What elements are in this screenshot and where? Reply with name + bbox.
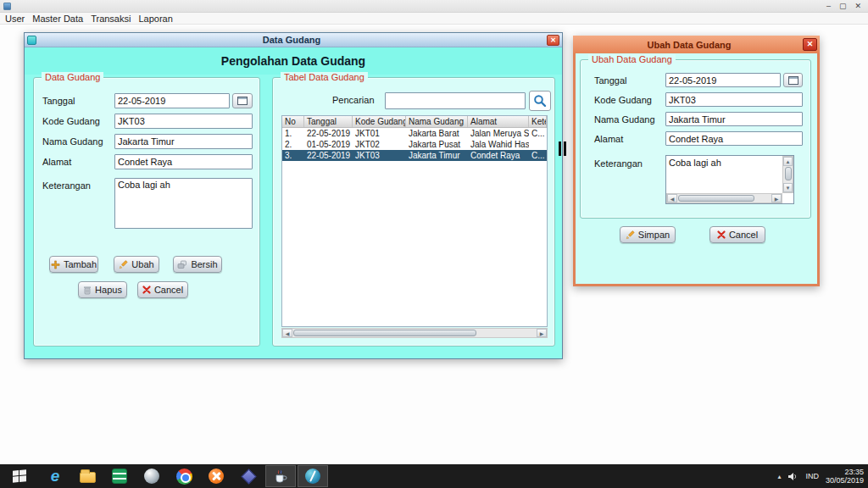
scroll-thumb[interactable] — [678, 195, 754, 202]
alamat-input[interactable] — [114, 154, 253, 169]
bersih-button[interactable]: Bersih — [173, 256, 222, 273]
col-tanggal[interactable]: Tanggal — [304, 116, 353, 127]
nama-gudang-input[interactable] — [114, 134, 253, 149]
maximize-button[interactable]: ▢ — [839, 1, 847, 12]
menu-item-master-data[interactable]: Master Data — [32, 14, 83, 24]
scroll-left-icon[interactable]: ◀ — [667, 194, 677, 202]
taskbar-ide[interactable] — [298, 465, 328, 487]
ubah-titlebar[interactable]: Ubah Data Gudang ✕ — [573, 36, 820, 53]
cell-kode: JKT02 — [353, 140, 406, 149]
simpan-label: Simpan — [638, 230, 670, 240]
taskbar-xampp[interactable] — [201, 465, 231, 487]
kode-gudang-label: Kode Gudang — [594, 95, 652, 105]
table-hscrollbar[interactable]: ◀ ▶ — [281, 328, 548, 338]
tanggal-input[interactable] — [114, 93, 230, 108]
table-row-selected[interactable]: 3. 22-05-2019 JKT03 Jakarta Timur Condet… — [282, 150, 547, 161]
close-icon[interactable]: ✕ — [547, 35, 559, 46]
cancel-label: Cancel — [729, 230, 758, 240]
scroll-up-icon[interactable]: ▲ — [783, 157, 793, 166]
keterangan-textarea[interactable]: Coba lagi ah — [669, 158, 781, 168]
ide-icon — [305, 469, 320, 484]
cell-no: 3. — [282, 151, 304, 160]
calendar-button[interactable] — [232, 93, 253, 108]
app-titlebar[interactable]: – ▢ ✕ — [0, 0, 868, 13]
col-nama[interactable]: Nama Gudang — [406, 116, 468, 127]
time: 23:35 — [826, 468, 864, 476]
java-coffee-icon — [273, 469, 288, 484]
clock[interactable]: 23:35 30/05/2019 — [826, 468, 864, 485]
taskbar-file-explorer[interactable] — [72, 465, 103, 487]
taskbar-spreadsheet[interactable] — [104, 465, 135, 487]
scroll-right-icon[interactable]: ▶ — [537, 329, 547, 337]
cell-keterangan: C... — [529, 129, 547, 138]
cancel-button[interactable]: Cancel — [709, 226, 765, 243]
close-button[interactable]: ✕ — [854, 1, 861, 12]
scroll-thumb[interactable] — [293, 330, 476, 336]
cell-tanggal: 01-05-2019 — [304, 140, 353, 149]
volume-icon[interactable] — [787, 472, 798, 481]
keterangan-label: Keterangan — [594, 158, 643, 169]
cell-alamat: Jalan Meruya Sela... — [468, 129, 529, 138]
data-gudang-window: Data Gudang ✕ Pengolahan Data Gudang Dat… — [24, 32, 563, 359]
chrome-icon — [176, 469, 192, 485]
close-icon[interactable]: ✕ — [803, 38, 817, 51]
menu-item-transaksi[interactable]: Transaksi — [91, 14, 131, 24]
nama-gudang-input[interactable] — [665, 112, 803, 126]
form-panel-title: Data Gudang — [42, 72, 103, 82]
col-no[interactable]: No — [282, 116, 304, 127]
xampp-icon — [209, 469, 224, 484]
gudang-table: No Tanggal Kode Gudang Nama Gudang Alama… — [281, 115, 548, 327]
taskbar-internet-explorer[interactable]: e — [40, 465, 70, 487]
ubah-data-gudang-window: Ubah Data Gudang ✕ Ubah Data Gudang Tang… — [573, 36, 820, 286]
alamat-input[interactable] — [665, 131, 803, 146]
cube-icon — [241, 469, 256, 484]
hapus-button[interactable]: Hapus — [78, 281, 127, 298]
scroll-right-icon[interactable]: ▶ — [771, 194, 782, 202]
cell-no: 2. — [282, 140, 304, 149]
data-gudang-titlebar[interactable]: Data Gudang ✕ — [25, 33, 562, 47]
tambah-label: Tambah — [64, 259, 97, 269]
taskbar-cube-app[interactable] — [233, 465, 264, 487]
taskbar-chrome[interactable] — [169, 465, 199, 487]
language-indicator[interactable]: IND — [805, 472, 819, 480]
kode-gudang-input[interactable] — [665, 92, 803, 107]
nama-gudang-label: Nama Gudang — [42, 136, 103, 147]
ubah-button[interactable]: Ubah — [114, 256, 159, 273]
calendar-button[interactable] — [783, 73, 803, 87]
keterangan-textarea[interactable]: Coba lagi ah — [114, 178, 253, 229]
table-row[interactable]: 2. 01-05-2019 JKT02 Jakarta Pusat Jala W… — [282, 139, 547, 150]
keterangan-vscrollbar[interactable]: ▲ ▼ — [782, 156, 793, 193]
search-input[interactable] — [385, 92, 526, 109]
menu-item-user[interactable]: User — [5, 14, 25, 24]
pencil-icon — [119, 260, 128, 269]
cell-kode: JKT03 — [353, 151, 406, 160]
col-keterangan[interactable]: Keterangan — [529, 116, 547, 127]
cancel-label: Cancel — [154, 285, 183, 295]
taskbar-photos[interactable] — [136, 465, 167, 487]
start-button[interactable] — [0, 464, 39, 488]
tanggal-input[interactable] — [665, 73, 781, 87]
scroll-left-icon[interactable]: ◀ — [282, 329, 292, 337]
col-alamat[interactable]: Alamat — [468, 116, 529, 127]
scroll-down-icon[interactable]: ▼ — [783, 183, 793, 192]
date: 30/05/2019 — [826, 476, 864, 485]
minimize-button[interactable]: – — [826, 1, 831, 12]
taskbar-java-app[interactable] — [265, 465, 296, 487]
cell-nama: Jakarta Pusat — [406, 140, 468, 149]
window-icon — [27, 36, 36, 45]
tanggal-label: Tanggal — [594, 75, 627, 86]
system-tray: ▴ IND 23:35 30/05/2019 — [777, 468, 868, 485]
trash-icon — [83, 286, 92, 295]
hidden-icons-button[interactable]: ▴ — [777, 473, 781, 480]
kode-gudang-input[interactable] — [114, 114, 253, 129]
pencil-icon — [626, 230, 635, 240]
simpan-button[interactable]: Simpan — [620, 226, 676, 243]
search-button[interactable] — [529, 91, 551, 111]
table-row[interactable]: 1. 22-05-2019 JKT01 Jakarta Barat Jalan … — [282, 128, 547, 139]
keterangan-hscrollbar[interactable]: ◀ ▶ — [666, 193, 782, 203]
col-kode[interactable]: Kode Gudang — [353, 116, 406, 127]
menu-item-laporan[interactable]: Laporan — [138, 14, 172, 24]
scroll-thumb[interactable] — [785, 167, 792, 180]
cancel-button[interactable]: Cancel — [137, 281, 188, 298]
tambah-button[interactable]: Tambah — [49, 256, 98, 273]
